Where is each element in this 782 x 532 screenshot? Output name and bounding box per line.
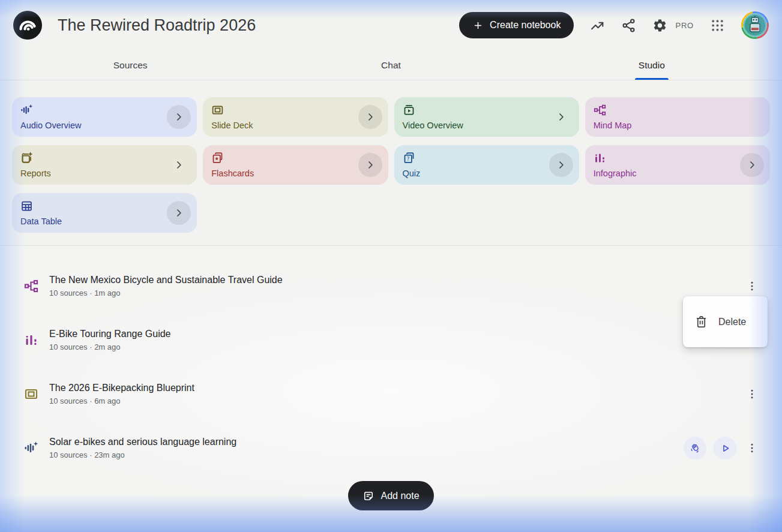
create-notebook-button[interactable]: Create notebook bbox=[459, 12, 574, 38]
add-note-button[interactable]: Add note bbox=[348, 481, 433, 510]
svg-text:?: ? bbox=[406, 156, 409, 162]
artifact-text: Solar e-bikes and serious language learn… bbox=[49, 437, 684, 459]
account-avatar[interactable] bbox=[741, 11, 769, 39]
artifact-row-slide-deck[interactable]: The 2026 E-Bikepacking Blueprint 10 sour… bbox=[0, 367, 782, 421]
studio-card-data-table[interactable]: Data Table bbox=[12, 193, 197, 233]
notebooklm-window: The Rewired Roadtrip 2026 Create noteboo… bbox=[0, 0, 782, 532]
notebook-title[interactable]: The Rewired Roadtrip 2026 bbox=[58, 16, 459, 35]
analytics-icon[interactable] bbox=[590, 18, 605, 33]
artifact-text: The 2026 E-Bikepacking Blueprint 10 sour… bbox=[49, 383, 744, 405]
chevron-right-icon[interactable] bbox=[358, 105, 382, 129]
delete-menu-item[interactable]: Delete bbox=[718, 317, 746, 327]
card-label: Audio Overview bbox=[20, 121, 188, 130]
studio-card-audio-overview[interactable]: Audio Overview bbox=[12, 97, 197, 137]
artifact-meta: 10 sources · 2m ago bbox=[49, 342, 744, 351]
card-label: Quiz bbox=[403, 169, 571, 178]
settings-gear-icon[interactable] bbox=[652, 18, 667, 33]
artifact-row-audio-overview[interactable]: Solar e-bikes and serious language learn… bbox=[0, 421, 782, 475]
card-label: Data Table bbox=[20, 217, 188, 226]
tab-studio[interactable]: Studio bbox=[522, 50, 782, 80]
artifact-row-infographic[interactable]: E-Bike Touring Range Guide 10 sources · … bbox=[0, 313, 782, 367]
studio-artifact-list: The New Mexico Bicycle and Sustainable T… bbox=[0, 245, 782, 510]
play-icon[interactable] bbox=[714, 437, 736, 459]
plus-icon bbox=[472, 20, 484, 31]
studio-card-flashcards[interactable]: Flashcards bbox=[203, 145, 388, 185]
card-label: Video Overview bbox=[403, 121, 571, 130]
card-label: Mind Map bbox=[594, 121, 762, 130]
add-note-label: Add note bbox=[380, 491, 419, 501]
artifact-meta: 10 sources · 1m ago bbox=[49, 288, 744, 297]
more-options-icon[interactable] bbox=[744, 278, 760, 294]
notebooklm-logo-icon[interactable] bbox=[13, 11, 42, 40]
chevron-right-icon[interactable] bbox=[549, 153, 573, 177]
card-label: Slide Deck bbox=[211, 121, 379, 130]
context-menu: Delete bbox=[683, 296, 768, 347]
slide-deck-icon bbox=[211, 104, 379, 116]
data-table-icon bbox=[20, 200, 188, 212]
tab-sources-label: Sources bbox=[113, 60, 148, 71]
tab-studio-label: Studio bbox=[639, 60, 665, 71]
trash-icon bbox=[694, 315, 708, 329]
chevron-right-icon[interactable] bbox=[167, 201, 191, 225]
tab-chat-label: Chat bbox=[381, 60, 401, 71]
panel-tabbar: Sources Chat Studio bbox=[0, 50, 782, 80]
infographic-icon bbox=[24, 333, 38, 347]
studio-card-reports[interactable]: Reports bbox=[12, 145, 197, 185]
flashcards-icon bbox=[211, 152, 379, 164]
apps-grid-icon[interactable] bbox=[710, 18, 725, 33]
artifact-meta: 10 sources · 6m ago bbox=[49, 396, 744, 405]
more-options-icon[interactable] bbox=[744, 440, 760, 456]
artifact-title: The New Mexico Bicycle and Sustainable T… bbox=[49, 275, 744, 285]
studio-card-video-overview[interactable]: Video Overview bbox=[394, 97, 579, 137]
artifact-text: The New Mexico Bicycle and Sustainable T… bbox=[49, 275, 744, 297]
tab-chat[interactable]: Chat bbox=[260, 50, 521, 80]
card-label: Reports bbox=[20, 169, 188, 178]
mind-map-icon bbox=[24, 279, 38, 293]
slide-deck-icon bbox=[24, 387, 38, 401]
add-note-row: Add note bbox=[0, 481, 782, 510]
chevron-right-icon[interactable] bbox=[549, 105, 573, 129]
audio-waveform-sparkle-icon bbox=[24, 441, 38, 455]
active-tab-underline bbox=[635, 78, 669, 80]
studio-card-mind-map[interactable]: Mind Map bbox=[585, 97, 770, 137]
chevron-right-icon[interactable] bbox=[358, 153, 382, 177]
app-header: The Rewired Roadtrip 2026 Create noteboo… bbox=[0, 0, 782, 50]
studio-card-grid: Audio Overview Slide Deck Video Overview… bbox=[0, 80, 782, 245]
create-notebook-label: Create notebook bbox=[490, 20, 561, 31]
chevron-right-icon[interactable] bbox=[740, 153, 764, 177]
share-icon[interactable] bbox=[621, 18, 636, 33]
tab-sources[interactable]: Sources bbox=[0, 50, 260, 80]
infographic-icon bbox=[594, 152, 762, 164]
studio-card-quiz[interactable]: ? Quiz bbox=[394, 145, 579, 185]
artifact-meta: 10 sources · 23m ago bbox=[49, 450, 684, 459]
note-icon bbox=[362, 490, 374, 502]
artifact-title: The 2026 E-Bikepacking Blueprint bbox=[49, 383, 744, 393]
reports-icon bbox=[20, 152, 188, 164]
studio-card-infographic[interactable]: Infographic bbox=[585, 145, 770, 185]
artifact-title: E-Bike Touring Range Guide bbox=[49, 329, 744, 339]
artifact-text: E-Bike Touring Range Guide 10 sources · … bbox=[49, 329, 744, 351]
video-overview-icon bbox=[403, 104, 571, 116]
artifact-title: Solar e-bikes and serious language learn… bbox=[49, 437, 684, 447]
chevron-right-icon[interactable] bbox=[167, 153, 191, 177]
pro-badge: PRO bbox=[675, 21, 694, 30]
header-actions: Create notebook PRO bbox=[459, 11, 769, 39]
more-options-icon[interactable] bbox=[744, 386, 760, 402]
chevron-right-icon[interactable] bbox=[167, 105, 191, 129]
card-label: Infographic bbox=[594, 169, 762, 178]
studio-card-slide-deck[interactable]: Slide Deck bbox=[203, 97, 388, 137]
interactive-mode-hand-icon[interactable] bbox=[684, 437, 706, 459]
mind-map-icon bbox=[594, 104, 762, 116]
artifact-row-mind-map[interactable]: The New Mexico Bicycle and Sustainable T… bbox=[0, 259, 782, 313]
card-label: Flashcards bbox=[211, 169, 379, 178]
quiz-icon: ? bbox=[403, 152, 571, 164]
audio-waveform-sparkle-icon bbox=[20, 104, 188, 116]
